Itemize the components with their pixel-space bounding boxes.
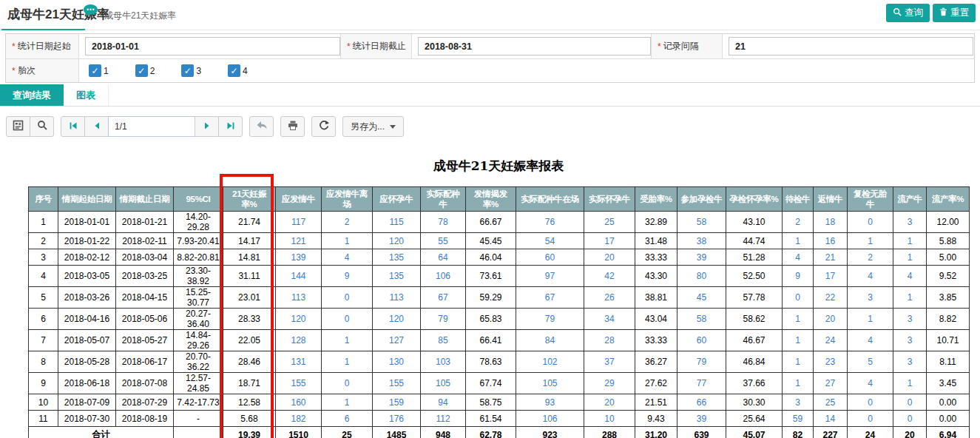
cell-link[interactable]: 10: [584, 411, 635, 427]
cell-link[interactable]: 25: [584, 212, 635, 233]
cell-link[interactable]: 0: [893, 411, 927, 427]
cell-link[interactable]: 26: [584, 287, 635, 309]
reset-button[interactable]: 重置: [933, 4, 976, 22]
cell-link[interactable]: 67: [516, 287, 584, 309]
cell-link[interactable]: 64: [421, 249, 466, 266]
cell-link[interactable]: 3: [893, 330, 927, 351]
parity-checkbox[interactable]: ✓2: [135, 64, 155, 77]
cell-link[interactable]: 160: [276, 394, 322, 411]
cell-link[interactable]: 39: [677, 411, 726, 427]
cell-link[interactable]: 1: [783, 373, 814, 394]
prev-page-button[interactable]: [84, 116, 109, 137]
cell-link[interactable]: 42: [584, 266, 635, 287]
cell-link[interactable]: 1: [322, 351, 373, 373]
cell-link[interactable]: 1: [783, 351, 814, 373]
cell-link[interactable]: 3: [893, 212, 927, 233]
end-date-input[interactable]: [418, 37, 651, 55]
start-date-input[interactable]: [85, 37, 340, 55]
cell-link[interactable]: 60: [516, 249, 584, 266]
parity-checkbox[interactable]: ✓3: [181, 64, 201, 77]
cell-link[interactable]: 1: [893, 249, 927, 266]
report-settings-button[interactable]: [6, 116, 30, 137]
cell-link[interactable]: 135: [373, 266, 421, 287]
tab-chart[interactable]: 图表: [64, 84, 109, 106]
cell-link[interactable]: 112: [421, 411, 466, 427]
cell-link[interactable]: 29: [584, 373, 635, 394]
cell-link[interactable]: 17: [584, 233, 635, 249]
cell-link[interactable]: 4: [783, 249, 814, 266]
cell-link[interactable]: 3: [893, 309, 927, 330]
cell-link[interactable]: 4: [848, 330, 893, 351]
cell-link[interactable]: 0: [848, 212, 893, 233]
cell-link[interactable]: 16: [814, 233, 848, 249]
cell-link[interactable]: 58: [677, 212, 726, 233]
cell-link[interactable]: 3: [783, 394, 814, 411]
cell-link[interactable]: 1: [848, 233, 893, 249]
undo-button[interactable]: [249, 116, 274, 137]
cell-link[interactable]: 5: [848, 351, 893, 373]
cell-link[interactable]: 127: [373, 330, 421, 351]
cell-link[interactable]: 0: [893, 394, 927, 411]
cell-link[interactable]: 9: [783, 266, 814, 287]
page-number-input[interactable]: [108, 116, 195, 137]
cell-link[interactable]: 2: [848, 249, 893, 266]
cell-link[interactable]: 1: [783, 309, 814, 330]
cell-link[interactable]: 182: [276, 411, 322, 427]
comment-bubble-icon[interactable]: [83, 4, 98, 21]
cell-link[interactable]: 20: [814, 309, 848, 330]
cell-link[interactable]: 76: [516, 212, 584, 233]
cell-link[interactable]: 37: [584, 351, 635, 373]
cell-link[interactable]: 1: [322, 330, 373, 351]
cell-link[interactable]: 60: [677, 330, 726, 351]
cell-link[interactable]: 155: [373, 373, 421, 394]
cell-link[interactable]: 80: [677, 266, 726, 287]
cell-link[interactable]: 20: [584, 394, 635, 411]
cell-link[interactable]: 79: [421, 309, 466, 330]
parity-checkbox[interactable]: ✓4: [228, 64, 248, 77]
cell-link[interactable]: 0: [322, 287, 373, 309]
cell-link[interactable]: 1: [848, 309, 893, 330]
cell-link[interactable]: 9: [322, 266, 373, 287]
cell-link[interactable]: 93: [516, 394, 584, 411]
cell-link[interactable]: 1: [783, 330, 814, 351]
cell-link[interactable]: 121: [276, 233, 322, 249]
cell-link[interactable]: 120: [373, 309, 421, 330]
cell-link[interactable]: 34: [584, 309, 635, 330]
cell-link[interactable]: 27: [814, 373, 848, 394]
cell-link[interactable]: 45: [677, 287, 726, 309]
cell-link[interactable]: 3: [893, 351, 927, 373]
cell-link[interactable]: 1: [893, 233, 927, 249]
tab-query-results[interactable]: 查询结果: [0, 84, 64, 106]
cell-link[interactable]: 120: [276, 309, 322, 330]
cell-link[interactable]: 77: [677, 373, 726, 394]
cell-link[interactable]: 84: [516, 330, 584, 351]
cell-link[interactable]: 39: [677, 249, 726, 266]
cell-link[interactable]: 139: [276, 249, 322, 266]
export-button[interactable]: [311, 116, 336, 137]
cell-link[interactable]: 59: [783, 411, 814, 427]
cell-link[interactable]: 79: [516, 309, 584, 330]
cell-link[interactable]: 144: [276, 266, 322, 287]
cell-link[interactable]: 78: [421, 212, 466, 233]
query-button[interactable]: 查询: [886, 4, 930, 22]
cell-link[interactable]: 58: [677, 309, 726, 330]
cell-link[interactable]: 4: [322, 249, 373, 266]
cell-link[interactable]: 79: [677, 351, 726, 373]
cell-link[interactable]: 66: [677, 394, 726, 411]
cell-link[interactable]: 117: [276, 212, 322, 233]
cell-link[interactable]: 105: [516, 373, 584, 394]
cell-link[interactable]: 4: [848, 266, 893, 287]
last-page-button[interactable]: [218, 116, 243, 137]
interval-input[interactable]: [729, 37, 973, 55]
checkbox-icon[interactable]: ✓: [89, 64, 101, 77]
cell-link[interactable]: 18: [814, 212, 848, 233]
checkbox-icon[interactable]: ✓: [181, 64, 194, 77]
cell-link[interactable]: 106: [421, 266, 466, 287]
cell-link[interactable]: 23: [814, 351, 848, 373]
first-page-button[interactable]: [61, 116, 85, 137]
parity-checkbox[interactable]: ✓1: [89, 64, 109, 77]
cell-link[interactable]: 94: [421, 394, 466, 411]
cell-link[interactable]: 102: [516, 351, 584, 373]
cell-link[interactable]: 17: [814, 266, 848, 287]
search-toolbar-button[interactable]: [30, 116, 54, 137]
